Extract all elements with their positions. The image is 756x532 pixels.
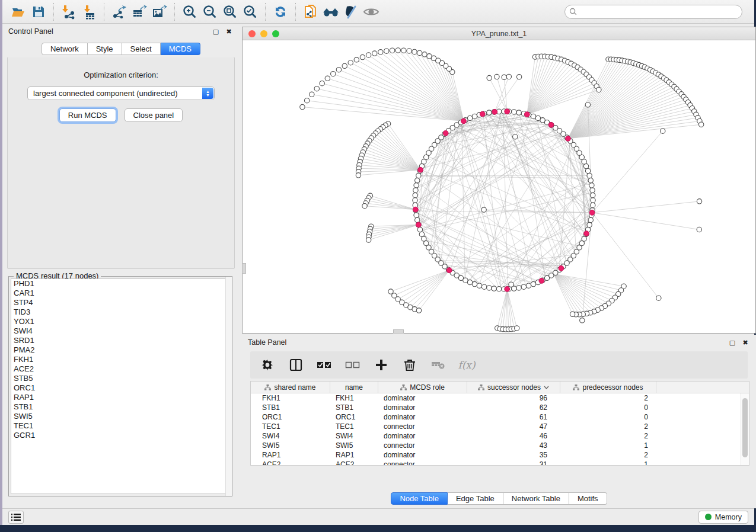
- result-node-item[interactable]: FKH1: [11, 355, 229, 364]
- settings-gear-button[interactable]: [260, 357, 275, 373]
- deselect-all-button[interactable]: [345, 357, 361, 373]
- import-network-button[interactable]: [59, 2, 79, 21]
- result-node-item[interactable]: PHD1: [11, 279, 229, 289]
- result-node-item[interactable]: SRD1: [11, 336, 229, 345]
- column-header-name[interactable]: name: [330, 382, 378, 393]
- table-panel-title: Table Panel: [248, 338, 286, 347]
- result-node-item[interactable]: CAR1: [11, 289, 229, 298]
- import-table-button[interactable]: [79, 2, 99, 21]
- table-row[interactable]: TEC1TEC1connector472: [251, 422, 749, 431]
- table-scrollbar-thumb[interactable]: [742, 398, 748, 457]
- network-titlebar[interactable]: YPA_prune.txt_1: [243, 27, 755, 40]
- column-header-successor-nodes[interactable]: successor nodes: [467, 382, 560, 393]
- show-all-button[interactable]: [361, 2, 381, 21]
- apply-layout-button[interactable]: [270, 2, 291, 21]
- result-node-item[interactable]: SWI4: [11, 326, 229, 336]
- zoom-selected-button[interactable]: [240, 2, 260, 21]
- main-toolbar: [2, 0, 754, 24]
- table-row[interactable]: ACE2ACE2connector311: [251, 460, 749, 466]
- table-row[interactable]: FKH1FKH1dominator962: [251, 393, 749, 403]
- tab-edge-table[interactable]: Edge Table: [448, 492, 503, 505]
- function-builder-button[interactable]: f(x): [459, 357, 474, 373]
- tab-mcds[interactable]: MCDS: [161, 43, 200, 55]
- result-node-item[interactable]: STP4: [11, 298, 229, 307]
- column-type-icon: [400, 384, 407, 390]
- table-row[interactable]: SWI5SWI5connector431: [251, 441, 749, 450]
- add-column-button[interactable]: [374, 357, 389, 373]
- column-header-shared-name[interactable]: shared name: [251, 382, 330, 393]
- delete-table-button[interactable]: [430, 357, 446, 373]
- search-field-wrap: [564, 5, 742, 19]
- table-scrollbar[interactable]: [741, 393, 749, 465]
- tab-node-table[interactable]: Node Table: [391, 492, 448, 505]
- search-input[interactable]: [564, 5, 742, 19]
- import-table-icon: [81, 4, 97, 20]
- float-panel-icon[interactable]: ▢: [211, 27, 221, 36]
- column-header-filler: [656, 382, 749, 393]
- panel-splitter-handle[interactable]: [242, 263, 246, 274]
- tab-network-table[interactable]: Network Table: [503, 492, 569, 505]
- column-header-mcds-role[interactable]: MCDS role: [378, 382, 467, 393]
- settings-gear-icon: [261, 358, 274, 371]
- zoom-in-button[interactable]: [180, 2, 200, 21]
- table-cell: ACE2: [330, 460, 378, 466]
- result-list-scrollbar[interactable]: [225, 277, 232, 496]
- save-session-icon: [31, 5, 46, 19]
- table-row[interactable]: ORC1ORC1dominator610: [251, 412, 749, 422]
- first-neighbors-button[interactable]: [321, 2, 341, 21]
- result-node-item[interactable]: ORC1: [11, 383, 229, 393]
- result-node-item[interactable]: YOX1: [11, 317, 229, 326]
- task-history-button[interactable]: [8, 511, 24, 524]
- float-panel-icon[interactable]: ▢: [728, 338, 737, 347]
- table-body: FKH1FKH1dominator962STB1STB1dominator620…: [251, 393, 749, 466]
- delete-column-button[interactable]: [402, 357, 417, 373]
- show-column-button[interactable]: [288, 357, 304, 373]
- save-session-button[interactable]: [28, 2, 49, 21]
- close-panel-icon[interactable]: ✖: [741, 338, 750, 347]
- export-network-button[interactable]: [109, 2, 129, 21]
- table-cell: connector: [378, 422, 467, 431]
- tab-network[interactable]: Network: [42, 43, 88, 55]
- memory-button[interactable]: Memory: [698, 511, 748, 524]
- run-mcds-button[interactable]: Run MCDS: [59, 108, 116, 122]
- network-from-selection-button[interactable]: [301, 2, 321, 21]
- toolbar-separator: [104, 3, 104, 21]
- result-node-item[interactable]: STB1: [11, 402, 229, 412]
- table-row[interactable]: SWI4SWI4dominator462: [251, 431, 749, 441]
- hide-selected-button[interactable]: [341, 2, 361, 21]
- task-list-icon: [11, 513, 21, 521]
- result-node-item[interactable]: GCR1: [11, 431, 229, 440]
- table-cell: RAP1: [330, 451, 378, 459]
- zoom-fit-button[interactable]: [220, 2, 240, 21]
- export-image-icon: [152, 4, 167, 20]
- result-node-item[interactable]: SWI5: [11, 412, 229, 421]
- tab-style[interactable]: Style: [88, 43, 122, 55]
- criterion-dropdown[interactable]: largest connected component (undirected)…: [27, 86, 215, 100]
- select-all-button[interactable]: [317, 357, 332, 373]
- result-node-item[interactable]: TID3: [11, 307, 229, 317]
- column-type-icon: [478, 384, 484, 390]
- tab-select[interactable]: Select: [122, 43, 161, 55]
- mcds-result-group: MCDS result (17 nodes) PHD1CAR1STP4TID3Y…: [8, 276, 232, 496]
- tab-motifs[interactable]: Motifs: [569, 492, 607, 505]
- network-canvas[interactable]: [243, 40, 755, 333]
- table-cell: 2: [560, 432, 656, 440]
- result-node-item[interactable]: RAP1: [11, 393, 229, 402]
- result-node-item[interactable]: TEC1: [11, 421, 229, 431]
- export-image-button[interactable]: [149, 2, 170, 21]
- close-panel-icon[interactable]: ✖: [224, 27, 234, 36]
- result-node-item[interactable]: ACE2: [11, 364, 229, 374]
- panel-splitter-handle[interactable]: [393, 329, 404, 334]
- zoom-out-button[interactable]: [200, 2, 220, 21]
- sort-chevron-icon: [544, 386, 549, 389]
- result-node-item[interactable]: PMA2: [11, 345, 229, 355]
- table-row[interactable]: STB1STB1dominator620: [251, 403, 749, 412]
- export-table-button[interactable]: [129, 2, 149, 21]
- open-file-button[interactable]: [8, 2, 28, 21]
- function-builder-icon: f(x): [458, 359, 475, 371]
- optimization-criterion-label: Optimization criterion:: [8, 70, 234, 79]
- close-panel-button[interactable]: Close panel: [125, 108, 183, 122]
- column-header-predecessor-nodes[interactable]: predecessor nodes: [560, 382, 656, 393]
- table-row[interactable]: RAP1RAP1dominator352: [251, 450, 749, 460]
- result-node-item[interactable]: STB5: [11, 374, 229, 383]
